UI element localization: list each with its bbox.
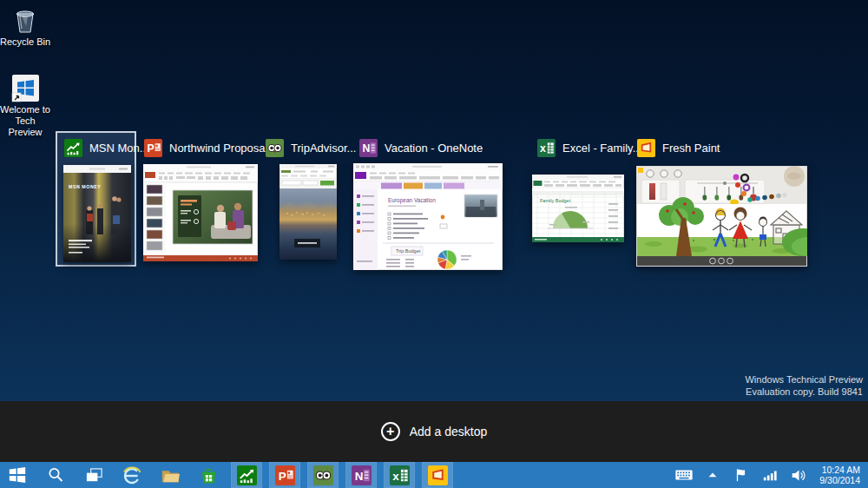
powerpoint-icon: P xyxy=(144,139,162,157)
welcome-label-line1: Welcome to xyxy=(0,104,50,115)
tripadvisor-preview-graphic xyxy=(279,164,337,260)
store-taskbar-button[interactable] xyxy=(193,462,224,488)
msn-money-icon xyxy=(64,139,82,157)
onenote-icon: N xyxy=(359,139,378,157)
system-tray: 10:24 AM 9/30/2014 xyxy=(673,462,868,488)
flag-icon xyxy=(733,467,749,483)
excel-taskbar-button[interactable]: x xyxy=(384,462,415,488)
svg-text:x: x xyxy=(392,469,399,482)
svg-text:P: P xyxy=(148,142,155,155)
internet-explorer-icon xyxy=(122,465,142,485)
chevron-up-icon xyxy=(707,469,719,481)
task-view-icon xyxy=(85,466,103,485)
msn-money-preview-graphic: MSN MONEY xyxy=(63,165,131,262)
welcome-tech-preview-desktop-icon[interactable]: Welcome to Tech Preview xyxy=(0,73,52,138)
powerpoint-taskbar-button[interactable]: P xyxy=(269,462,300,488)
watermark-line1: Windows Technical Preview xyxy=(745,373,863,386)
clock-date: 9/30/2014 xyxy=(819,475,860,486)
add-desktop-button[interactable]: + Add a desktop xyxy=(376,421,493,442)
svg-text:European Vacation: European Vacation xyxy=(388,197,436,204)
svg-text:MSN MONEY: MSN MONEY xyxy=(69,184,101,189)
file-explorer-taskbar-button[interactable] xyxy=(155,462,186,488)
network-signal-icon xyxy=(762,467,778,483)
windows-logo-icon xyxy=(8,465,27,485)
window-title-fresh-paint[interactable]: Fresh Paint xyxy=(637,138,720,157)
taskbar: P N xyxy=(0,462,868,488)
svg-text:N: N xyxy=(354,469,363,482)
window-title-label: Northwind Proposa... xyxy=(169,142,274,155)
svg-text:Trip Budget: Trip Budget xyxy=(396,248,421,254)
taskview-window-northwind-powerpoint[interactable] xyxy=(143,164,258,261)
clock-time: 10:24 AM xyxy=(819,465,860,476)
onenote-icon: N xyxy=(352,465,372,485)
taskview-window-fresh-paint[interactable] xyxy=(636,166,807,267)
search-icon xyxy=(47,466,64,484)
msn-money-taskbar-button[interactable] xyxy=(231,462,262,488)
start-button[interactable] xyxy=(2,462,33,488)
welcome-shortcut-icon xyxy=(10,73,41,104)
taskview-window-msn-money[interactable]: MSN MONEY xyxy=(63,165,131,262)
onenote-taskbar-button[interactable]: N xyxy=(345,462,377,488)
window-title-northwind[interactable]: P Northwind Proposa... xyxy=(144,138,274,157)
show-hidden-icons-button[interactable] xyxy=(701,462,724,488)
store-icon xyxy=(199,465,219,485)
tripadvisor-icon xyxy=(266,139,284,157)
fresh-paint-preview-graphic xyxy=(636,166,807,267)
file-explorer-icon xyxy=(161,465,181,485)
task-view-bottom-strip: + Add a desktop xyxy=(0,401,868,462)
excel-icon: x xyxy=(537,139,556,157)
fresh-paint-icon xyxy=(428,465,448,485)
action-center-button[interactable] xyxy=(730,462,753,488)
recycle-bin-desktop-icon[interactable]: Recycle Bin xyxy=(0,5,52,48)
window-title-label: Fresh Paint xyxy=(662,142,720,155)
watermark-line2: Evaluation copy. Build 9841 xyxy=(745,386,863,398)
desktop: Recycle Bin Welcome to Tech Preview xyxy=(0,0,868,488)
add-desktop-label: Add a desktop xyxy=(410,425,488,439)
window-title-tripadvisor[interactable]: TripAdvisor... xyxy=(266,138,356,157)
task-view-button[interactable] xyxy=(78,462,109,488)
svg-text:Family Budget: Family Budget xyxy=(540,198,571,203)
window-title-label: MSN Mon... xyxy=(89,142,149,155)
keyboard-icon xyxy=(674,465,694,485)
svg-text:P: P xyxy=(278,469,286,482)
volume-button[interactable] xyxy=(787,462,810,488)
evaluation-watermark: Windows Technical Preview Evaluation cop… xyxy=(745,373,863,398)
speaker-icon xyxy=(791,467,807,484)
plus-icon: + xyxy=(381,422,400,441)
window-title-label: TripAdvisor... xyxy=(291,142,356,155)
internet-explorer-taskbar-button[interactable] xyxy=(116,462,148,488)
excel-icon: x xyxy=(390,465,410,485)
network-button[interactable] xyxy=(759,462,781,488)
window-title-msn-money[interactable]: MSN Mon... xyxy=(64,138,149,157)
powerpoint-icon: P xyxy=(275,465,295,485)
recycle-bin-label: Recycle Bin xyxy=(0,36,50,48)
search-button[interactable] xyxy=(40,462,71,488)
taskbar-clock[interactable]: 10:24 AM 9/30/2014 xyxy=(816,465,864,486)
onenote-preview-graphic: European Vacation Trip Budget xyxy=(353,163,503,270)
window-title-onenote[interactable]: N Vacation - OneNote xyxy=(359,138,483,157)
svg-text:N: N xyxy=(363,142,371,155)
tripadvisor-icon xyxy=(313,465,333,485)
msn-money-icon xyxy=(237,465,257,485)
tripadvisor-taskbar-button[interactable] xyxy=(307,462,339,488)
taskview-window-excel-family[interactable]: Family Budget xyxy=(532,175,624,242)
taskview-window-vacation-onenote[interactable]: European Vacation Trip Budget xyxy=(353,163,503,270)
svg-text:x: x xyxy=(540,142,546,155)
recycle-bin-icon xyxy=(10,5,41,36)
powerpoint-preview-graphic xyxy=(143,164,258,261)
excel-preview-graphic: Family Budget xyxy=(532,175,624,242)
window-title-excel[interactable]: x Excel - Family... xyxy=(537,138,642,157)
fresh-paint-icon xyxy=(637,139,655,157)
window-title-label: Vacation - OneNote xyxy=(385,142,483,155)
taskview-window-tripadvisor[interactable] xyxy=(279,164,337,260)
window-title-label: Excel - Family... xyxy=(562,142,642,155)
welcome-label-line2: Tech Preview xyxy=(0,115,52,138)
touch-keyboard-button[interactable] xyxy=(673,462,695,488)
fresh-paint-taskbar-button[interactable] xyxy=(422,462,453,488)
